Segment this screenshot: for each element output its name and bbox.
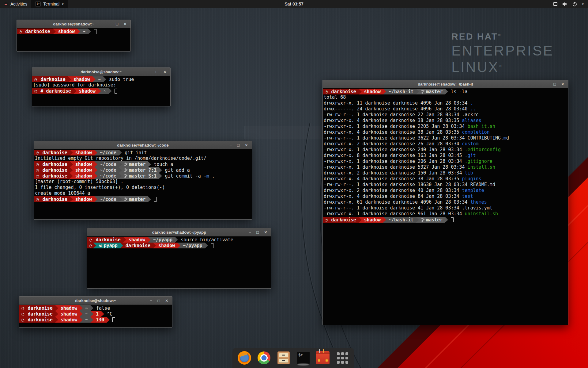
output-text: -rwxrwxr-x. 1 darknoise darknoise 2205 J… (324, 124, 468, 129)
titlebar[interactable]: darknoise@shadow:~/code −□✕ (34, 141, 252, 149)
terminal-content[interactable]: ◔darknoiseshadow~/code git initInitializ… (34, 149, 252, 219)
prompt-segment-host: shadow (71, 76, 92, 82)
terminal-content[interactable]: ◔darknoiseshadow~ false◔darknoiseshadow~… (19, 305, 172, 327)
powerline-separator (70, 173, 73, 179)
maximize-button[interactable]: □ (256, 230, 259, 234)
distro-icon: ◔ (32, 76, 38, 82)
output-text: plugins (462, 176, 481, 182)
terminal-line: -rwxrwxr-x. 1 darknoise darknoise 206 Ja… (323, 159, 568, 164)
activities-button[interactable]: Activities (0, 0, 31, 8)
terminal-line: ◔darknoiseshadow~/codemaster S:1 git com… (34, 173, 252, 179)
minimize-button[interactable]: − (249, 230, 251, 234)
volume-icon[interactable] (562, 2, 567, 6)
close-button[interactable]: ✕ (163, 70, 167, 74)
distro-icon: ◔ (87, 243, 93, 248)
powerline-separator (70, 161, 73, 167)
titlebar[interactable]: darknoise@shadow:~/bash-it −□✕ (323, 80, 568, 88)
terminal-icon[interactable]: $> (296, 351, 310, 365)
maximize-button[interactable]: □ (553, 82, 556, 86)
prompt-segment-path: ~/bash-it (386, 217, 416, 223)
titlebar[interactable]: darknoise@shadow:~ −□✕ (19, 297, 172, 305)
minimize-button[interactable]: − (150, 299, 153, 303)
power-icon[interactable] (572, 2, 577, 6)
app-grid-icon[interactable] (335, 351, 349, 365)
titlebar[interactable]: darknoise@shadow:~ −□✕ (17, 20, 130, 28)
app-menu-terminal[interactable]: $> Terminal ▾ (31, 0, 68, 8)
titlebar[interactable]: darknoise@shadow:~ −□✕ (32, 68, 170, 76)
prompt-segment-path: ~ (101, 88, 109, 94)
window-title: darknoise@shadow:~ (75, 298, 116, 303)
powerline-separator (445, 217, 448, 223)
close-button[interactable]: ✕ (245, 143, 248, 147)
prompt-segment-branch: master (122, 196, 148, 202)
terminal-mini-icon: $> (35, 2, 41, 6)
close-button[interactable]: ✕ (123, 22, 127, 26)
terminal-line: -rwxrwxr-x. 1 darknoise darknoise 2205 J… (323, 124, 568, 129)
powerline-separator (416, 217, 419, 223)
prompt-segment-host: shadow (126, 237, 148, 243)
powerline-separator (55, 305, 58, 311)
chrome-icon[interactable] (257, 351, 271, 365)
terminal-line: drwxrwxr-x. 4 darknoise darknoise 38 Jan… (323, 118, 568, 124)
prompt-segment-path: ~ (83, 305, 90, 311)
prompt-segment-host: shadow (73, 161, 94, 167)
terminal-line: ◔darknoiseshadow~/bash-itmaster (323, 217, 568, 223)
prompt-segment-path: ~/code (97, 161, 119, 167)
distro-icon: ◔ (19, 311, 25, 317)
minimize-button[interactable]: − (230, 143, 232, 147)
powerline-separator (148, 237, 151, 243)
prompt-segment-path: ~/bash-it (386, 89, 416, 94)
distro-icon: ◔ (34, 196, 40, 202)
terminal-line: -rwxrwxr-x. 1 darknoise darknoise 5327 J… (323, 164, 568, 170)
command-text: source bin/activate (178, 237, 233, 243)
maximize-button[interactable]: □ (156, 70, 158, 74)
output-text: custom (462, 141, 479, 147)
terminal-content[interactable]: ◔darknoiseshadow~ sudo true[sudo] passwo… (32, 76, 170, 106)
clock[interactable]: Sat 03:57 (0, 2, 588, 6)
files-icon[interactable] (277, 351, 291, 365)
minimize-button[interactable]: − (108, 22, 111, 26)
firefox-icon[interactable] (237, 351, 251, 365)
titlebar[interactable]: darknoise@shadow:~/pyapp −□✕ (87, 228, 271, 236)
terminal-line: ◔darknoiseshadow~/codemaster (34, 196, 252, 202)
maximize-button[interactable]: □ (116, 22, 118, 26)
terminal-line: -rw-rw-r--. 1 darknoise darknoise 22 Jan… (323, 112, 568, 118)
terminal-cursor (211, 243, 213, 248)
maximize-button[interactable]: □ (157, 299, 160, 303)
prompt-segment-host: shadow (73, 196, 94, 202)
powerline-separator (94, 161, 97, 167)
maximize-button[interactable]: □ (237, 143, 239, 147)
terminal-line: ◔darknoiseshadow~1 ^C (19, 311, 172, 317)
powerline-separator (94, 196, 97, 202)
window-title: darknoise@shadow:~/pyapp (152, 230, 206, 235)
terminal-content[interactable]: ◔darknoiseshadow~/bash-itmaster ls -lato… (323, 88, 568, 325)
toolbox-icon[interactable] (316, 351, 330, 365)
minimize-button[interactable]: − (148, 70, 151, 74)
output-text: drwxrwxr-x. 4 darknoise darknoise 38 Jan… (324, 176, 462, 182)
prompt-segment-user: # darknoise (38, 88, 73, 94)
prompt-segment-host: shadow (58, 317, 80, 323)
terminal-line: ◔darknoiseshadow~ (17, 29, 130, 34)
minimize-button[interactable]: − (546, 82, 548, 86)
prompt-segment-path: ~/code (97, 150, 119, 155)
powerline-separator (119, 161, 122, 167)
terminal-content[interactable]: ◔darknoiseshadow~ (17, 28, 130, 51)
window-tile-icon[interactable] (553, 2, 557, 6)
prompt-segment-branch: master (419, 89, 445, 94)
clock-label: Sat 03:57 (285, 2, 303, 6)
close-button[interactable]: ✕ (264, 230, 267, 234)
output-text: drwxrwxr-x. 2 darknoise darknoise 150 Ja… (324, 170, 465, 176)
output-text: -rw-rw-r--. 1 darknoise darknoise 22 Jan… (324, 112, 479, 117)
powerline-separator (80, 317, 83, 323)
terminal-content[interactable]: ◔darknoiseshadow~/pyapp source bin/activ… (87, 236, 271, 288)
chevron-down-icon[interactable]: ▾ (582, 2, 584, 6)
prompt-segment-user: darknoise (25, 311, 55, 317)
close-button[interactable]: ✕ (165, 299, 168, 303)
terminal-line: drwxrwxr-x. 4 darknoise darknoise 38 Jan… (323, 129, 568, 135)
prompt-segment-path: ~/pyapp (151, 237, 175, 243)
prompt-segment-host: shadow (156, 243, 177, 248)
close-button[interactable]: ✕ (561, 82, 564, 86)
terminal-window-sudo: darknoise@shadow:~ −□✕ ◔darknoiseshadow~… (32, 67, 171, 106)
top-bar: Activities $> Terminal ▾ Sat 03:57 ▾ (0, 0, 588, 8)
prompt-segment-path: ~ (96, 76, 103, 82)
